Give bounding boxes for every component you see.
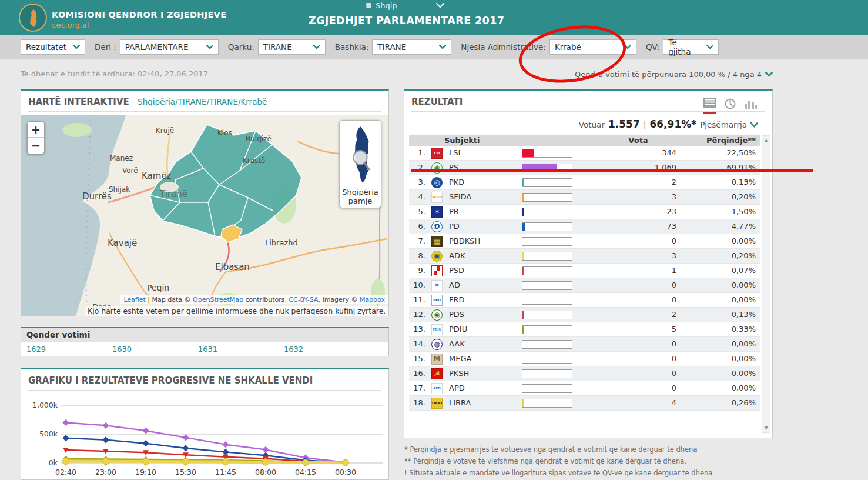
table-row[interactable]: 5. ✶ PR 23 1,50% (409, 205, 760, 219)
scroll-down-arrow[interactable]: ▼ (762, 425, 770, 431)
party-logo-icon: ☭ (431, 368, 443, 379)
attribution-link[interactable]: OpenStreetMap (193, 296, 243, 304)
cec-logo[interactable] (19, 4, 47, 32)
tirana-municipality-region[interactable] (150, 125, 301, 239)
filter-select-qv[interactable]: Të gjitha (663, 39, 719, 55)
percent-value: 0,07% (697, 264, 756, 278)
zoom-out-button[interactable]: − (28, 138, 44, 154)
percent-value: 0,00% (697, 278, 756, 292)
vote-bar (522, 266, 572, 275)
table-row[interactable]: 7. ▦ PBDKSH 0 0,00% (409, 234, 760, 249)
party-abbr: LIBRA (449, 396, 471, 410)
filter-select-qarku[interactable]: TIRANE (258, 39, 326, 55)
party-abbr: LSI (449, 146, 460, 160)
row-rank: 4. (410, 190, 425, 204)
attribution-link[interactable]: CC-BY-SA (289, 296, 318, 304)
party-logo-icon: ◉ (431, 251, 443, 262)
map-breadcrumb: - Shqipëria/TIRANE/TIRANE/Krrabë (132, 97, 267, 106)
map-canvas[interactable]: KrujëKlosBulqizëManëzVorëKamëzKrastëShij… (21, 115, 388, 316)
svg-text:Vorë: Vorë (122, 166, 138, 175)
party-abbr: PKD (449, 175, 464, 189)
party-abbr: PD (449, 219, 460, 234)
table-scrollbar[interactable]: ▲ ▼ (762, 135, 770, 433)
row-rank: 13. (410, 322, 425, 336)
table-view-icon[interactable] (703, 98, 716, 114)
row-rank: 15. (410, 352, 425, 366)
party-logo-icon: ▦ (431, 236, 443, 247)
svg-text:Manëz: Manëz (110, 154, 133, 162)
qv-link[interactable]: 1632 (284, 345, 370, 354)
svg-text:Elbasan: Elbasan (215, 262, 250, 272)
table-row[interactable]: 1. LSI LSI 344 22,50% (409, 146, 760, 161)
votes-value: 0 (603, 234, 676, 248)
table-row[interactable]: 18. LIBRA LIBRA 4 0,26% (409, 396, 760, 411)
party-abbr: AD (449, 278, 460, 292)
filter-select-bashkia[interactable]: TIRANE (372, 39, 451, 55)
table-row[interactable]: 3. ◎ PKD 2 0,13% (409, 175, 760, 190)
table-row[interactable]: 9. ▞ PSD 1 0,07% (409, 264, 760, 278)
vote-bar (522, 325, 572, 334)
app-header: Shqip KOMISIONI QENDROR I ZGJEDHJEVE cec… (0, 0, 868, 35)
overview-caption-line1: Shqipëria (340, 188, 381, 196)
qv-link[interactable]: 1629 (26, 345, 112, 354)
chevron-down-icon[interactable] (750, 122, 758, 128)
party-abbr: FRD (449, 293, 465, 307)
org-url-link[interactable]: cec.org.al (52, 21, 89, 29)
filter-select-rezultatet[interactable]: Rezultatet (21, 39, 85, 55)
table-row[interactable]: 11. FRD FRD 0 0,00% (409, 293, 760, 308)
org-name: KOMISIONI QENDROR I ZGJEDHJEVE (52, 10, 226, 19)
attribution-link[interactable]: Leaflet (123, 296, 145, 304)
votes-value: 23 (603, 205, 676, 219)
table-row[interactable]: 16. ☭ PKSH 0 0,00% (409, 366, 760, 381)
leaflet-map[interactable]: KrujëKlosBulqizëManëzVorëKamëzKrastëShij… (21, 115, 388, 316)
chevron-down-icon (436, 3, 444, 8)
language-selector[interactable]: Shqip (366, 0, 444, 11)
party-logo-icon: Ð (431, 221, 443, 232)
table-row[interactable]: 8. ◉ ADK 3 0,20% (409, 249, 760, 264)
footnote-2: ** Përqindja e votave të vlefshme nga që… (404, 455, 712, 467)
row-rank: 18. (410, 396, 425, 410)
table-row[interactable]: 14. ◍ AAK 0 0,00% (409, 337, 760, 352)
table-row[interactable]: 15. M MEGA 0 0,00% (409, 352, 760, 366)
zoom-in-button[interactable]: + (28, 122, 44, 138)
scroll-up-arrow[interactable]: ▲ (762, 138, 770, 143)
bar-chart-view-icon[interactable] (744, 99, 757, 114)
filter-bar: Rezultatet Deri : PARLAMENTARE Qarku: TI… (0, 35, 868, 59)
qv-link[interactable]: 1631 (198, 345, 284, 354)
svg-text:08:00: 08:00 (255, 468, 276, 476)
party-logo-icon: ◉ (431, 309, 443, 321)
row-rank: 16. (410, 366, 425, 381)
svg-text:00:30: 00:30 (335, 468, 356, 476)
qv-link[interactable]: 1630 (112, 345, 198, 354)
table-row[interactable]: 2. ◉ PS 1.069 69,91% (409, 161, 760, 175)
pie-view-icon[interactable] (725, 98, 736, 114)
road (167, 133, 170, 176)
attribution-link[interactable]: Mapbox (360, 296, 385, 304)
svg-text:Krujë: Krujë (156, 126, 174, 135)
table-row[interactable]: 6. Ð PD 73 4,77% (409, 219, 760, 234)
svg-text:04:15: 04:15 (295, 468, 316, 476)
filter-label-deri: Deri : (95, 42, 116, 52)
road (226, 239, 387, 272)
filter-select-deri[interactable]: PARLAMENTARE (120, 39, 219, 55)
party-abbr: APD (449, 381, 465, 395)
turnout-value: 66,91%* (649, 118, 696, 130)
votes-value: 73 (603, 219, 676, 234)
vote-bar (522, 311, 572, 319)
table-row[interactable]: 4. SFIDA! SFIDA 3 0,20% (409, 190, 760, 205)
party-logo-icon: APD (431, 383, 443, 394)
table-row[interactable]: 13. PDIU PDIU 5 0,33% (409, 322, 760, 337)
filter-select-njesia-admin[interactable]: Krrabë (549, 39, 636, 55)
table-row[interactable]: 17. APD APD 0 0,00% (409, 381, 760, 396)
table-row[interactable]: 10. ✶ AD 0 0,00% (409, 278, 760, 293)
table-row[interactable]: 12. ◉ PDS 2 0,13% (409, 308, 760, 322)
albania-overview-widget[interactable]: Shqipëria pamje (339, 120, 381, 208)
percent-value: 0,13% (697, 175, 756, 189)
votes-value: 0 (603, 293, 676, 307)
chevron-down-icon (624, 45, 631, 49)
row-rank: 12. (410, 308, 425, 322)
processed-status[interactable]: Qendra votimi të përpunuara 100,00 % / 4… (575, 70, 773, 79)
svg-text:500k: 500k (39, 429, 58, 438)
progressive-chart-panel: GRAFIKU I REZULTATEVE PROGRESIVE NE SHKA… (21, 368, 389, 480)
vote-bar (522, 369, 572, 378)
